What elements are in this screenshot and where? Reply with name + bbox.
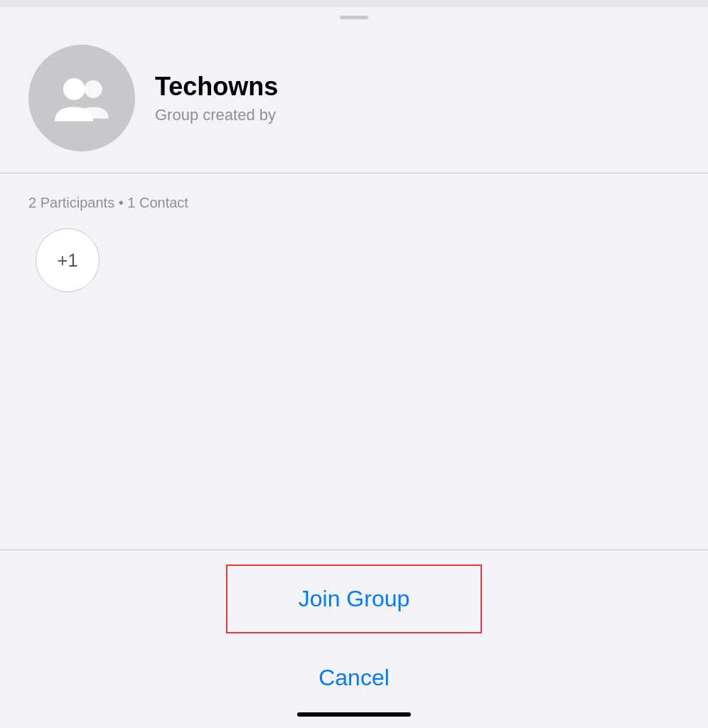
group-icon: [50, 66, 114, 130]
svg-point-1: [63, 78, 85, 100]
drag-handle[interactable]: [340, 16, 368, 19]
sheet-container: Techowns Group created by 2 Participants…: [0, 0, 708, 728]
participants-label: 2 Participants • 1 Contact: [28, 195, 680, 211]
group-created-by: Group created by: [155, 106, 278, 124]
drag-handle-wrapper: [0, 7, 708, 25]
home-indicator-wrapper: [0, 712, 708, 728]
join-group-button-wrapper: Join Group: [0, 550, 708, 648]
group-text: Techowns Group created by: [155, 72, 278, 124]
participants-section: 2 Participants • 1 Contact +1: [0, 173, 708, 306]
svg-point-0: [85, 80, 102, 98]
participants-avatars: +1: [28, 228, 680, 292]
cancel-button[interactable]: Cancel: [0, 648, 708, 712]
group-name: Techowns: [155, 72, 278, 102]
group-info-section: Techowns Group created by: [0, 25, 708, 173]
spacer: [0, 306, 708, 550]
top-bar: [0, 0, 708, 7]
group-avatar: [28, 45, 135, 151]
home-indicator: [297, 712, 411, 717]
participant-extra-count[interactable]: +1: [36, 228, 100, 292]
join-group-button[interactable]: Join Group: [226, 564, 482, 633]
action-buttons: Join Group Cancel: [0, 550, 708, 712]
